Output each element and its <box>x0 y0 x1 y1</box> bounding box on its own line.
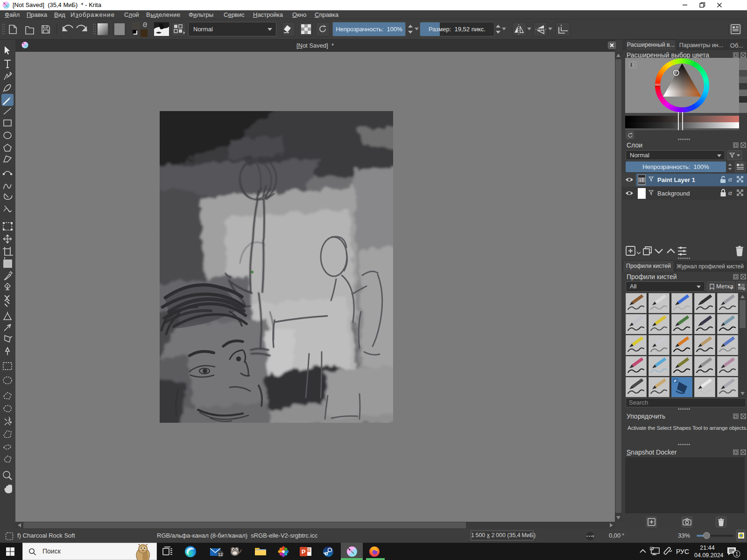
svg-text:1: 1 <box>735 552 738 557</box>
svg-text:P: P <box>302 548 306 555</box>
svg-text:12: 12 <box>218 552 223 557</box>
